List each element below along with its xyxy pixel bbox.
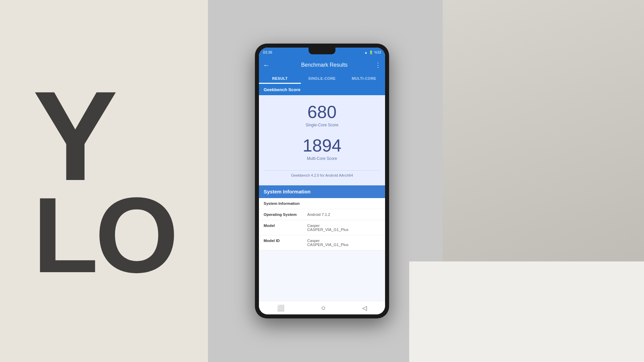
battery-icon: 🔋 — [369, 51, 373, 54]
subsection-label: System Information — [264, 201, 307, 205]
nav-back-button[interactable]: ◁ — [362, 304, 367, 312]
battery-percent: %33 — [374, 51, 381, 54]
surface — [409, 261, 644, 362]
single-core-score-label: Single-Core Score — [264, 123, 380, 127]
score-area: 680 Single-Core Score 1894 Multi-Core Sc… — [259, 95, 385, 185]
status-icons: ▲ 🔋 %33 — [364, 51, 381, 54]
nav-home-button[interactable]: ○ — [321, 304, 325, 312]
single-core-score-number: 680 — [264, 103, 380, 121]
back-button[interactable]: ← — [263, 61, 270, 69]
phone-container: 03:36 ▲ 🔋 %33 ← Benchmark Results ⋮ RESU… — [255, 44, 389, 318]
nav-bar: ⬜ ○ ◁ — [259, 301, 385, 314]
wifi-icon: ▲ — [364, 51, 368, 54]
model-label: Model — [264, 224, 307, 228]
scroll-content[interactable]: Geekbench Score 680 Single-Core Score 18… — [259, 84, 385, 301]
app-title: Benchmark Results — [274, 62, 375, 68]
nav-recent-button[interactable]: ⬜ — [277, 304, 284, 312]
phone-frame: 03:36 ▲ 🔋 %33 ← Benchmark Results ⋮ RESU… — [255, 44, 389, 318]
phone-screen: 03:36 ▲ 🔋 %33 ← Benchmark Results ⋮ RESU… — [259, 48, 385, 314]
more-button[interactable]: ⋮ — [375, 61, 381, 69]
multi-core-score-number: 1894 — [264, 137, 380, 154]
phone-notch — [309, 48, 335, 54]
os-value: Android 7.1.2 — [307, 213, 380, 217]
single-core-score-block: 680 Single-Core Score — [264, 103, 380, 127]
system-info-rows: System Information Operating System Andr… — [259, 198, 385, 250]
background-left: Y LO — [0, 0, 208, 362]
geekbench-section-title: Geekbench Score — [264, 87, 301, 92]
multi-core-score-label: Multi-Core Score — [264, 156, 380, 161]
os-label: Operating System — [264, 213, 307, 217]
tabs-bar: RESULT SINGLE-CORE MULTI-CORE — [259, 73, 385, 84]
sys-info-section-header: System Information — [259, 185, 385, 198]
info-row-os: Operating System Android 7.1.2 — [259, 209, 385, 220]
sys-info-section-title: System Information — [264, 189, 311, 194]
info-row-subsection: System Information — [259, 198, 385, 209]
model-id-value: CasperCASPER_VIA_G1_Plus — [307, 239, 380, 247]
tab-multi-core[interactable]: MULTI-CORE — [343, 73, 385, 84]
app-bar: ← Benchmark Results ⋮ — [259, 57, 385, 73]
status-time: 03:36 — [263, 50, 272, 54]
geekbench-section-header: Geekbench Score — [259, 84, 385, 95]
info-row-model-id: Model ID CasperCASPER_VIA_G1_Plus — [259, 235, 385, 250]
tab-single-core[interactable]: SINGLE-CORE — [301, 73, 343, 84]
model-value: CasperCASPER_VIA_G1_Plus — [307, 224, 380, 232]
tab-result[interactable]: RESULT — [259, 73, 301, 84]
multi-core-score-block: 1894 Multi-Core Score — [264, 137, 380, 161]
geekbench-version: Geekbench 4.2.0 for Android AArch64 — [264, 170, 380, 177]
model-id-label: Model ID — [264, 239, 307, 243]
info-row-model: Model CasperCASPER_VIA_G1_Plus — [259, 220, 385, 235]
